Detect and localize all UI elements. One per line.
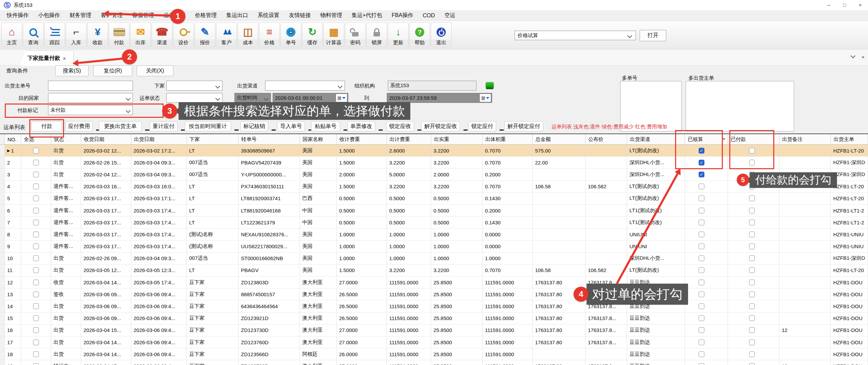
toolbar-跟踪-button[interactable]: 川跟踪 xyxy=(44,22,65,47)
settled-checkbox[interactable] xyxy=(699,208,704,213)
menu-item-14[interactable]: COD xyxy=(423,13,435,19)
action-重计应付-button[interactable]: 重计应付 xyxy=(150,121,178,131)
master-no-input[interactable] xyxy=(48,81,133,91)
paid-checkbox[interactable] xyxy=(749,315,755,321)
paid-checkbox[interactable] xyxy=(749,255,755,261)
column-header-NO.[interactable]: NO. xyxy=(5,134,21,144)
table-row[interactable]: 18出货2026-03-04 14...2026-03-06 09:4...豆下… xyxy=(0,348,868,360)
cell-已付款[interactable] xyxy=(728,348,779,360)
cell-全选[interactable] xyxy=(21,324,51,336)
select-checkbox[interactable] xyxy=(33,351,39,357)
organization-select-icon[interactable] xyxy=(486,82,494,88)
cell-已核算[interactable] xyxy=(685,169,728,180)
toolbar-报价-button[interactable]: ✎报价 xyxy=(195,22,215,47)
menu-item-1[interactable]: 快件操作 xyxy=(7,12,29,19)
cell-已核算[interactable] xyxy=(685,253,728,264)
cell-已付款[interactable] xyxy=(728,253,779,264)
tab-strip-close-icon[interactable]: × xyxy=(862,54,865,60)
menu-item-9[interactable]: 系统设置 xyxy=(258,12,279,19)
downstream-combobox[interactable] xyxy=(166,81,223,91)
toolbar-价格-button[interactable]: ≡价格 xyxy=(259,22,280,47)
paid-checkbox[interactable] xyxy=(749,363,755,365)
select-checkbox[interactable] xyxy=(33,255,39,261)
cell-已核算[interactable] xyxy=(685,193,728,204)
toolbar-缓存-button[interactable]: ↻缓存 xyxy=(302,22,323,47)
column-header-出货备注[interactable]: 出货备注 xyxy=(779,134,831,144)
toolbar-收款-button[interactable]: ¥收款 xyxy=(87,22,108,47)
menu-item-12[interactable]: 集运+代打包 xyxy=(352,12,382,19)
action-应付费用-button[interactable]: 应付费用 xyxy=(65,121,93,131)
action-锁定应收-button[interactable]: 锁定应收 xyxy=(386,121,414,131)
cell-已核算[interactable] xyxy=(685,181,728,192)
paid-checkbox[interactable] xyxy=(749,220,755,225)
paid-checkbox[interactable] xyxy=(749,339,755,345)
minimize-button[interactable]: ─ xyxy=(821,0,837,10)
column-header-国家名称[interactable]: 国家名称 xyxy=(300,134,337,144)
action-锁定应付-button[interactable]: 锁定应付 xyxy=(468,121,496,131)
cell-全选[interactable] xyxy=(21,348,51,360)
settled-checkbox[interactable] xyxy=(699,351,704,357)
cell-全选[interactable] xyxy=(21,313,51,324)
action-单票修改-button[interactable]: 单票修改 xyxy=(347,121,375,131)
cell-全选[interactable] xyxy=(21,217,51,228)
close-button[interactable]: × xyxy=(852,0,868,10)
cell-已核算[interactable] xyxy=(685,300,728,312)
select-checkbox[interactable] xyxy=(33,327,39,333)
select-checkbox[interactable] xyxy=(33,160,39,165)
menu-item-2[interactable]: 小包操作 xyxy=(38,12,60,19)
cell-已核算[interactable] xyxy=(685,228,728,240)
cell-已核算[interactable] xyxy=(685,241,728,252)
ship-time-type-combobox[interactable]: 出货时间 xyxy=(234,93,271,103)
settled-checkbox[interactable] xyxy=(699,232,704,237)
menu-item-8[interactable]: 集运出口 xyxy=(226,12,248,19)
search-button[interactable]: 搜索(S) xyxy=(55,65,89,76)
action-解开锁定应付-button[interactable]: 解开锁定应付 xyxy=(504,121,543,131)
column-header-收计费重[interactable]: 收计费重 xyxy=(337,134,387,144)
table-row[interactable]: 13签收2026-03-06 09...2026-03-06 09:4...豆下… xyxy=(0,288,868,300)
settled-checkbox[interactable] xyxy=(699,363,704,365)
table-row[interactable]: 19转运中2026-03-04 17...2026-03-06 09:4...豆… xyxy=(0,360,868,365)
toolbar-成本-button[interactable]: ◫成本 xyxy=(238,22,258,47)
tab-close-icon[interactable]: × xyxy=(63,55,66,61)
settled-checkbox[interactable] xyxy=(699,303,704,309)
paid-checkbox[interactable] xyxy=(749,351,755,357)
select-checkbox[interactable] xyxy=(33,267,39,273)
cell-全选[interactable] xyxy=(21,193,51,204)
cell-已核算[interactable] xyxy=(685,265,728,276)
settled-checkbox[interactable] xyxy=(699,172,704,177)
paid-checkbox[interactable] xyxy=(749,291,755,297)
action-导入单号-button[interactable]: 导入单号 xyxy=(277,121,305,131)
paid-checkbox[interactable] xyxy=(749,267,755,273)
toolbar-单号-button[interactable]: 单号 xyxy=(280,22,301,47)
cell-全选[interactable] xyxy=(21,360,51,365)
cell-已核算[interactable] xyxy=(685,217,728,228)
settled-checkbox[interactable] xyxy=(699,315,704,321)
close-tab-button[interactable]: 关闭(X) xyxy=(137,65,173,76)
column-header-出体积重[interactable]: 出体积重 xyxy=(483,134,533,144)
cell-全选[interactable] xyxy=(21,205,51,216)
cell-已核算[interactable] xyxy=(685,348,728,360)
select-checkbox[interactable] xyxy=(33,172,39,177)
cell-已付款[interactable] xyxy=(728,265,779,276)
column-header-公布价[interactable]: 公布价 xyxy=(585,134,627,144)
paid-checkbox[interactable] xyxy=(749,243,755,249)
action-标记核销-button[interactable]: 标记核销 xyxy=(240,121,268,131)
toolbar-客户-button[interactable]: ♟♟客户 xyxy=(216,22,237,47)
table-row[interactable]: 11出货2026-03-05 12...2026-03-05 12:3...LT… xyxy=(0,265,868,276)
action-按当前时间重计-button[interactable]: 按当前时间重计 xyxy=(185,121,231,131)
toolbar-帮助-button[interactable]: ?帮助 xyxy=(409,22,430,47)
cell-全选[interactable] xyxy=(21,276,51,288)
tab-list-dropdown-icon[interactable] xyxy=(851,54,855,58)
cell-已付款[interactable] xyxy=(728,217,779,228)
settled-checkbox[interactable] xyxy=(699,184,704,189)
table-row[interactable]: 16出货2026-03-04 15...2026-03-06 09:4...豆下… xyxy=(0,324,868,336)
cell-已付款[interactable] xyxy=(728,288,779,300)
table-row[interactable]: 6退件客...2026-03-03 17...2026-03-03 17:4..… xyxy=(0,205,868,217)
column-header-转单号[interactable]: 转单号 xyxy=(239,134,300,144)
toolbar-查询-button[interactable]: 查询 xyxy=(23,22,44,47)
toolbar-锁屏-button[interactable]: 锁屏 xyxy=(366,22,387,47)
action-解开锁定应收-button[interactable]: 解开锁定应收 xyxy=(421,121,460,131)
cell-已核算[interactable] xyxy=(685,288,728,300)
paid-checkbox[interactable] xyxy=(749,303,755,309)
select-checkbox[interactable] xyxy=(33,280,39,285)
